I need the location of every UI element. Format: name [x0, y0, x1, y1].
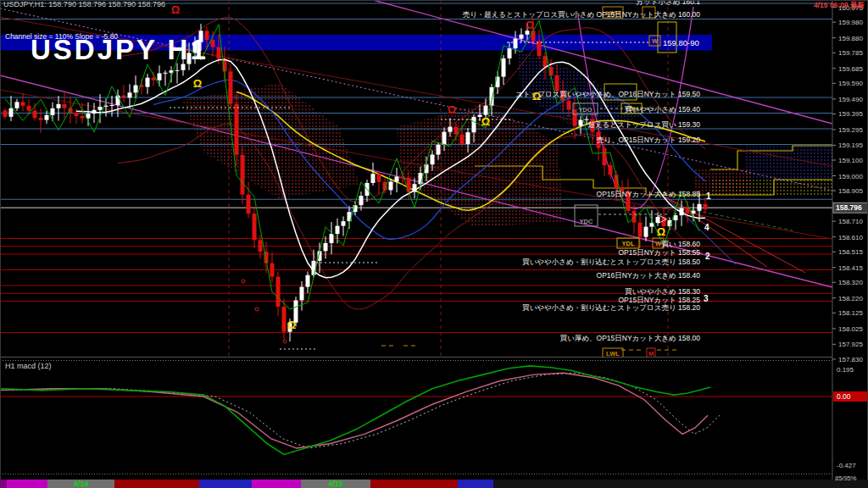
- candle-body: [229, 71, 233, 103]
- candle-body: [638, 223, 643, 237]
- cloud-region: [695, 168, 750, 197]
- candle-body: [330, 234, 334, 243]
- candle-body: [199, 30, 203, 42]
- order-annotation: 買いやや小さめ・割り込むとストップロス売り 158.50: [522, 258, 700, 266]
- macd-pane[interactable]: [0, 366, 832, 455]
- wave-number: 4: [704, 223, 709, 232]
- price-axis-label: 159.395: [838, 110, 863, 118]
- candle-body: [45, 115, 49, 120]
- candle-body: [3, 110, 8, 116]
- candle-body: [514, 39, 518, 48]
- order-annotation: カット小さめ 160.1: [636, 0, 700, 6]
- signal-marker-icon: Ω: [532, 90, 541, 103]
- signal-marker-icon: Ω: [481, 115, 490, 128]
- price-axis-label: 159.590: [838, 80, 863, 87]
- price-axis[interactable]: 160.075159.980159.880159.785159.685159.5…: [832, 0, 868, 488]
- candle-body: [98, 107, 103, 110]
- macd-zero-value: 0.00: [837, 392, 851, 401]
- timeline-date-label: 4/15: [328, 480, 343, 488]
- candle-body: [603, 148, 607, 165]
- price-axis-label: 158.610: [838, 234, 863, 241]
- order-annotation: OP15日NYカット 158.55: [618, 248, 700, 257]
- signal-marker-icon: ▷: [659, 212, 667, 225]
- candle-body: [692, 211, 696, 214]
- trend-line[interactable]: [0, 90, 832, 239]
- candle-body: [235, 104, 239, 155]
- candle-body: [698, 204, 702, 211]
- timeline-segment: [252, 480, 301, 488]
- macd-signal-line: [0, 373, 708, 448]
- candle-body: [686, 208, 690, 214]
- candle-body: [484, 106, 488, 115]
- candle-body: [110, 105, 114, 106]
- price-pane[interactable]: 159.80-90LWHWYDHYDOYDCYDLWLWLMカット小さめ 160…: [0, 0, 832, 358]
- macd-main-line: [0, 366, 710, 455]
- timeline-segment: [7, 480, 47, 488]
- fractal-dot-marker: [283, 340, 287, 343]
- timeline-segment: [199, 480, 252, 488]
- candle-body: [27, 106, 31, 111]
- timeline-segment: [493, 480, 868, 488]
- candle-body: [253, 214, 257, 240]
- price-axis-label: 157.830: [838, 356, 863, 363]
- candle-body: [39, 118, 43, 119]
- candle-body: [466, 132, 470, 144]
- candle-body: [15, 102, 19, 108]
- candle-body: [543, 56, 548, 67]
- price-axis-label: 158.515: [838, 248, 863, 256]
- candle-body: [407, 178, 411, 192]
- order-annotation: OP15日NYカット大きめ 158.85: [597, 190, 701, 198]
- price-axis-label: 158.125: [838, 309, 863, 317]
- price-axis-label: 158.025: [838, 325, 863, 333]
- object-box-label: M: [648, 350, 654, 358]
- order-annotation: 買いやや小さめ 159.40: [625, 105, 700, 114]
- order-annotation: 買いやや小さめ 158.30: [625, 287, 700, 296]
- candle-body: [63, 104, 67, 108]
- candle-body: [644, 227, 648, 237]
- signal-marker-icon: Ω: [448, 103, 456, 116]
- candle-body: [158, 74, 162, 80]
- candle-body: [81, 116, 85, 119]
- signal-marker-icon: Ω: [171, 3, 180, 16]
- price-axis-label: 157.925: [838, 341, 863, 348]
- candle-body: [51, 108, 55, 115]
- timeline-segment: [0, 480, 7, 488]
- signal-marker-icon: Ω: [193, 77, 202, 90]
- candle-body: [520, 35, 524, 39]
- candle-body: [282, 307, 287, 332]
- candle-body: [21, 102, 25, 106]
- candle-body: [401, 176, 405, 177]
- signal-marker-icon: Ω: [526, 19, 534, 31]
- candle-body: [306, 275, 310, 287]
- candle-body: [460, 135, 465, 144]
- candle-body: [674, 215, 678, 220]
- candle-body: [57, 104, 61, 108]
- candle-body: [448, 127, 453, 132]
- price-axis-label: 159.880: [838, 35, 863, 42]
- candle-body: [128, 92, 132, 97]
- candle-body: [146, 78, 150, 87]
- fractal-dot-marker: [255, 308, 259, 311]
- object-box-label: YDO: [578, 106, 592, 114]
- candle-body: [211, 40, 215, 47]
- object-box-label: YDC: [580, 218, 593, 225]
- price-axis-label: 159.100: [838, 157, 863, 164]
- macd-axis-top: 0.195: [837, 366, 854, 374]
- projection-line[interactable]: [674, 206, 793, 230]
- candle-body: [431, 155, 435, 165]
- order-annotation: 超えるとストップロス買い 159.30: [588, 120, 701, 129]
- price-axis-label: 159.490: [838, 96, 863, 103]
- candle-body: [342, 221, 346, 225]
- candle-body: [377, 174, 381, 182]
- wave-number: 1: [706, 191, 711, 201]
- wave-number: 3: [704, 294, 709, 303]
- price-axis-label: 160.075: [838, 4, 863, 12]
- band-price-label: 159.80-90: [663, 38, 699, 47]
- chart-canvas[interactable]: 159.80-90LWHWYDHYDOYDCYDLWLWLMカット小さめ 160…: [0, 0, 868, 488]
- candle-body: [389, 181, 393, 190]
- macd-axis-bottom: -0.427: [837, 462, 856, 469]
- order-annotation: 買いやや小さめ・割り込むとストップロス売り 158.20: [522, 303, 700, 312]
- timeline-segment: [114, 480, 199, 488]
- candle-body: [164, 73, 168, 74]
- candle-body: [502, 58, 506, 77]
